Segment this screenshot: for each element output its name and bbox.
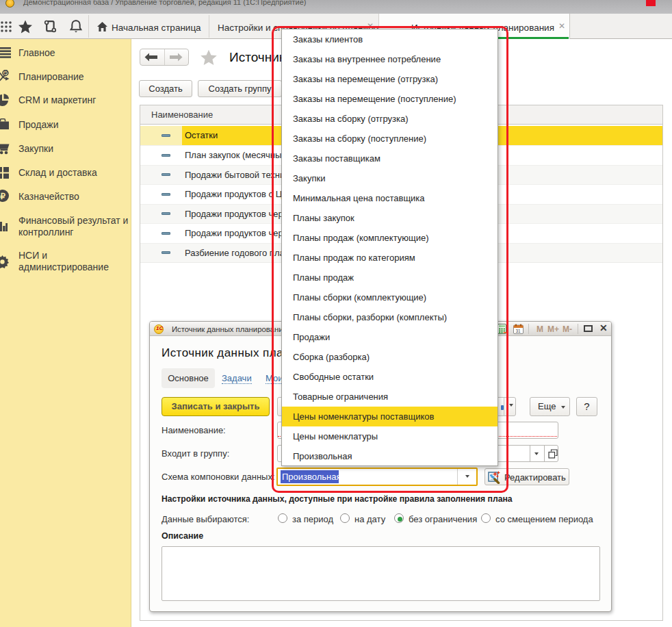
svg-text:31: 31 [515, 329, 521, 333]
svg-text:₽: ₽ [4, 70, 8, 76]
svg-text:₽: ₽ [0, 192, 5, 201]
